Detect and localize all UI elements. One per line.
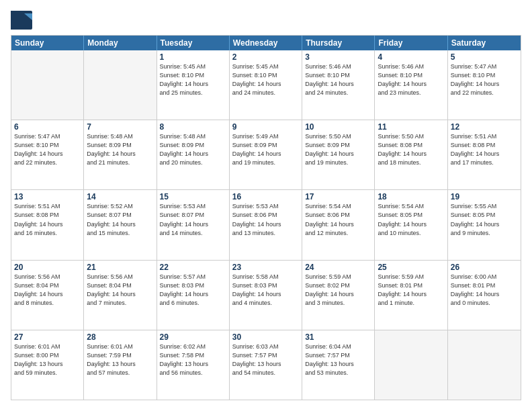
day-header-sunday: Sunday	[11, 36, 84, 50]
day-cell-31: 31Sunrise: 6:04 AM Sunset: 7:57 PM Dayli…	[302, 330, 375, 400]
day-info: Sunrise: 5:47 AM Sunset: 8:10 PM Dayligh…	[14, 132, 81, 167]
header	[11, 11, 521, 30]
day-number: 5	[451, 52, 518, 62]
day-cell-empty	[375, 330, 447, 400]
day-info: Sunrise: 5:54 AM Sunset: 8:06 PM Dayligh…	[305, 202, 371, 237]
day-cell-29: 29Sunrise: 6:02 AM Sunset: 7:58 PM Dayli…	[157, 330, 230, 400]
day-cell-30: 30Sunrise: 6:03 AM Sunset: 7:57 PM Dayli…	[230, 330, 302, 400]
day-header-thursday: Thursday	[302, 36, 375, 50]
day-cell-19: 19Sunrise: 5:55 AM Sunset: 8:05 PM Dayli…	[448, 190, 521, 259]
day-number: 31	[305, 332, 371, 342]
day-cell-9: 9Sunrise: 5:49 AM Sunset: 8:09 PM Daylig…	[230, 120, 302, 189]
day-cell-2: 2Sunrise: 5:45 AM Sunset: 8:10 PM Daylig…	[230, 50, 302, 120]
day-info: Sunrise: 5:56 AM Sunset: 8:04 PM Dayligh…	[87, 273, 153, 308]
day-cell-6: 6Sunrise: 5:47 AM Sunset: 8:10 PM Daylig…	[11, 120, 84, 189]
day-number: 20	[14, 263, 81, 272]
day-cell-24: 24Sunrise: 5:59 AM Sunset: 8:02 PM Dayli…	[302, 261, 375, 330]
day-number: 2	[232, 52, 299, 62]
day-header-saturday: Saturday	[448, 36, 521, 50]
day-info: Sunrise: 6:01 AM Sunset: 7:59 PM Dayligh…	[87, 342, 153, 377]
day-number: 17	[305, 192, 371, 201]
day-info: Sunrise: 5:46 AM Sunset: 8:10 PM Dayligh…	[305, 62, 371, 97]
weeks-container: 1Sunrise: 5:45 AM Sunset: 8:10 PM Daylig…	[11, 50, 521, 400]
day-cell-7: 7Sunrise: 5:48 AM Sunset: 8:09 PM Daylig…	[84, 120, 157, 189]
week-row-4: 20Sunrise: 5:56 AM Sunset: 8:04 PM Dayli…	[11, 260, 521, 330]
day-cell-3: 3Sunrise: 5:46 AM Sunset: 8:10 PM Daylig…	[302, 50, 375, 120]
day-cell-13: 13Sunrise: 5:51 AM Sunset: 8:08 PM Dayli…	[11, 190, 84, 259]
day-info: Sunrise: 5:51 AM Sunset: 8:08 PM Dayligh…	[14, 202, 81, 237]
day-number: 26	[451, 263, 518, 272]
day-number: 30	[232, 332, 299, 342]
day-cell-20: 20Sunrise: 5:56 AM Sunset: 8:04 PM Dayli…	[11, 261, 84, 330]
day-cell-5: 5Sunrise: 5:47 AM Sunset: 8:10 PM Daylig…	[448, 50, 521, 120]
day-cell-12: 12Sunrise: 5:51 AM Sunset: 8:08 PM Dayli…	[448, 120, 521, 189]
day-info: Sunrise: 6:00 AM Sunset: 8:01 PM Dayligh…	[451, 273, 518, 308]
day-number: 19	[451, 192, 518, 201]
week-row-3: 13Sunrise: 5:51 AM Sunset: 8:08 PM Dayli…	[11, 189, 521, 259]
day-number: 12	[451, 122, 518, 132]
week-row-1: 1Sunrise: 5:45 AM Sunset: 8:10 PM Daylig…	[11, 50, 521, 120]
day-number: 21	[87, 263, 153, 272]
day-cell-26: 26Sunrise: 6:00 AM Sunset: 8:01 PM Dayli…	[448, 261, 521, 330]
day-number: 3	[305, 52, 371, 62]
logo	[11, 11, 35, 30]
day-number: 22	[160, 263, 226, 272]
day-cell-4: 4Sunrise: 5:46 AM Sunset: 8:10 PM Daylig…	[375, 50, 447, 120]
day-number: 27	[14, 332, 81, 342]
day-cell-8: 8Sunrise: 5:48 AM Sunset: 8:09 PM Daylig…	[157, 120, 230, 189]
day-number: 14	[87, 192, 153, 201]
day-cell-21: 21Sunrise: 5:56 AM Sunset: 8:04 PM Dayli…	[84, 261, 157, 330]
day-cell-empty	[11, 50, 84, 120]
day-number: 28	[87, 332, 153, 342]
week-row-2: 6Sunrise: 5:47 AM Sunset: 8:10 PM Daylig…	[11, 120, 521, 189]
day-cell-empty	[84, 50, 157, 120]
day-info: Sunrise: 5:54 AM Sunset: 8:05 PM Dayligh…	[378, 202, 444, 237]
day-cell-25: 25Sunrise: 5:59 AM Sunset: 8:01 PM Dayli…	[375, 261, 447, 330]
day-cell-1: 1Sunrise: 5:45 AM Sunset: 8:10 PM Daylig…	[157, 50, 230, 120]
day-cell-14: 14Sunrise: 5:52 AM Sunset: 8:07 PM Dayli…	[84, 190, 157, 259]
day-info: Sunrise: 5:50 AM Sunset: 8:08 PM Dayligh…	[378, 132, 444, 167]
day-number: 10	[305, 122, 371, 132]
day-info: Sunrise: 5:47 AM Sunset: 8:10 PM Dayligh…	[451, 62, 518, 97]
day-number: 29	[160, 332, 226, 342]
day-number: 1	[160, 52, 226, 62]
day-info: Sunrise: 6:01 AM Sunset: 8:00 PM Dayligh…	[14, 342, 81, 377]
day-cell-empty	[448, 330, 521, 400]
day-number: 7	[87, 122, 153, 132]
day-headers-row: SundayMondayTuesdayWednesdayThursdayFrid…	[11, 36, 521, 50]
day-info: Sunrise: 5:45 AM Sunset: 8:10 PM Dayligh…	[160, 62, 226, 97]
day-number: 24	[305, 263, 371, 272]
day-info: Sunrise: 6:03 AM Sunset: 7:57 PM Dayligh…	[232, 342, 299, 377]
day-number: 8	[160, 122, 226, 132]
day-info: Sunrise: 5:59 AM Sunset: 8:02 PM Dayligh…	[305, 273, 371, 308]
day-info: Sunrise: 5:57 AM Sunset: 8:03 PM Dayligh…	[160, 273, 226, 308]
day-info: Sunrise: 5:45 AM Sunset: 8:10 PM Dayligh…	[232, 62, 299, 97]
day-info: Sunrise: 5:58 AM Sunset: 8:03 PM Dayligh…	[232, 273, 299, 308]
logo-icon	[11, 11, 32, 30]
calendar: SundayMondayTuesdayWednesdayThursdayFrid…	[11, 35, 521, 400]
day-cell-16: 16Sunrise: 5:53 AM Sunset: 8:06 PM Dayli…	[230, 190, 302, 259]
day-header-monday: Monday	[84, 36, 157, 50]
day-info: Sunrise: 5:52 AM Sunset: 8:07 PM Dayligh…	[87, 202, 153, 237]
day-header-wednesday: Wednesday	[230, 36, 302, 50]
day-number: 13	[14, 192, 81, 201]
day-info: Sunrise: 5:46 AM Sunset: 8:10 PM Dayligh…	[378, 62, 444, 97]
day-info: Sunrise: 5:56 AM Sunset: 8:04 PM Dayligh…	[14, 273, 81, 308]
day-info: Sunrise: 5:50 AM Sunset: 8:09 PM Dayligh…	[305, 132, 371, 167]
week-row-5: 27Sunrise: 6:01 AM Sunset: 8:00 PM Dayli…	[11, 330, 521, 400]
day-number: 11	[378, 122, 444, 132]
day-header-tuesday: Tuesday	[157, 36, 230, 50]
day-info: Sunrise: 5:53 AM Sunset: 8:07 PM Dayligh…	[160, 202, 226, 237]
page: SundayMondayTuesdayWednesdayThursdayFrid…	[0, 0, 532, 411]
day-number: 25	[378, 263, 444, 272]
day-cell-15: 15Sunrise: 5:53 AM Sunset: 8:07 PM Dayli…	[157, 190, 230, 259]
day-cell-27: 27Sunrise: 6:01 AM Sunset: 8:00 PM Dayli…	[11, 330, 84, 400]
day-info: Sunrise: 5:51 AM Sunset: 8:08 PM Dayligh…	[451, 132, 518, 167]
day-number: 4	[378, 52, 444, 62]
day-number: 23	[232, 263, 299, 272]
day-cell-22: 22Sunrise: 5:57 AM Sunset: 8:03 PM Dayli…	[157, 261, 230, 330]
day-number: 15	[160, 192, 226, 201]
day-cell-17: 17Sunrise: 5:54 AM Sunset: 8:06 PM Dayli…	[302, 190, 375, 259]
day-info: Sunrise: 5:55 AM Sunset: 8:05 PM Dayligh…	[451, 202, 518, 237]
day-info: Sunrise: 5:48 AM Sunset: 8:09 PM Dayligh…	[87, 132, 153, 167]
